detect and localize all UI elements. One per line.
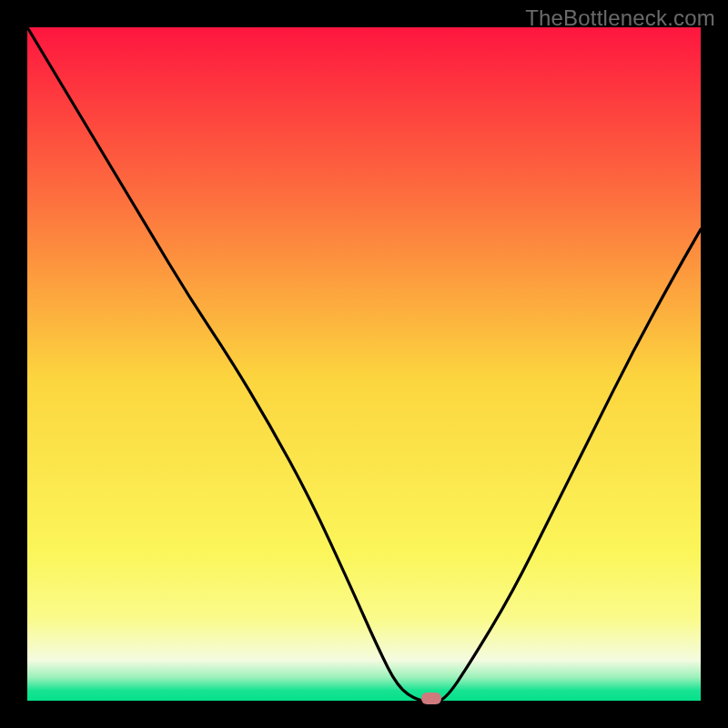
chart-plot-area	[27, 27, 701, 701]
watermark-text: TheBottleneck.com	[525, 5, 715, 31]
gradient-background	[27, 27, 701, 701]
chart-svg	[27, 27, 701, 701]
optimum-marker	[421, 693, 441, 704]
